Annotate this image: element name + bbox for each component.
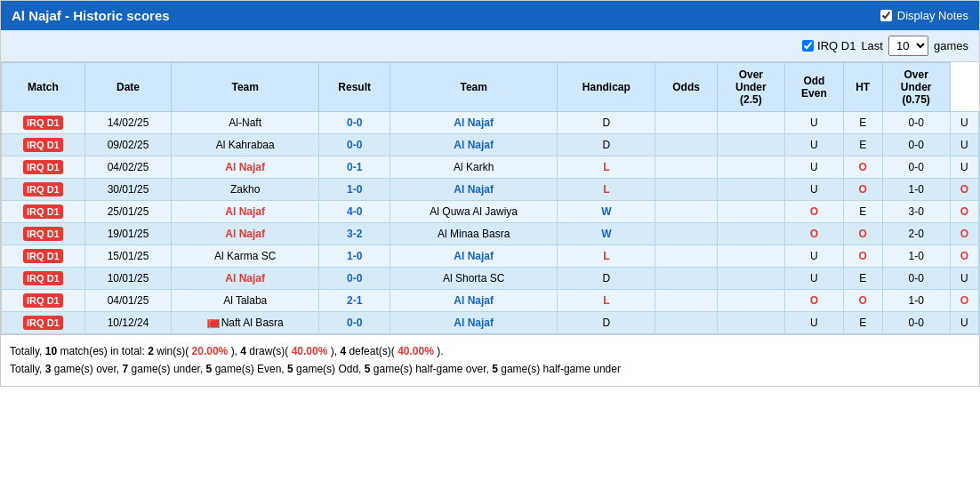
- footer-defeat-close: ).: [437, 345, 443, 357]
- cell-ou075: O: [950, 223, 978, 245]
- cell-odds: [717, 268, 784, 290]
- cell-ht: 1-0: [882, 245, 950, 268]
- cell-ht: 0-0: [882, 312, 950, 334]
- footer-total-matches: 10: [45, 345, 57, 357]
- footer-draws: 4: [240, 345, 246, 357]
- col-odd-even: OddEven: [785, 63, 844, 112]
- cell-outcome: L: [558, 245, 655, 268]
- cell-ou25: U: [785, 134, 844, 156]
- col-team1: Team: [172, 63, 319, 112]
- table-body: IRQ D114/02/25Al-Naft0-0Al NajafDUE0-0UI…: [2, 112, 979, 334]
- cell-team2: Al Najaf: [390, 112, 558, 134]
- display-notes-label: Display Notes: [897, 9, 968, 22]
- cell-ht: 0-0: [882, 156, 950, 179]
- cell-result: 0-1: [319, 156, 390, 179]
- cell-match: IRQ D1: [2, 179, 85, 201]
- cell-result: 3-2: [319, 223, 390, 245]
- cell-team1: Al-Naft: [172, 112, 319, 134]
- games-select[interactable]: 10 20 30: [888, 36, 928, 56]
- cell-match: IRQ D1: [2, 312, 85, 334]
- col-team2: Team: [390, 63, 558, 112]
- cell-ht: 0-0: [882, 134, 950, 156]
- footer-section: Totally, 10 match(es) in total: 2 win(s)…: [1, 334, 979, 386]
- footer-defeat-label: defeat(s)(: [349, 345, 394, 357]
- footer-draw-label: draw(s)(: [249, 345, 288, 357]
- cell-result: 0-0: [319, 312, 390, 334]
- cell-odds: [717, 134, 784, 156]
- cell-ou25: O: [785, 223, 844, 245]
- cell-date: 10/12/24: [84, 312, 171, 334]
- table-row: IRQ D115/01/25Al Karma SC1-0Al NajafLUO1…: [2, 245, 979, 268]
- cell-odd-even: O: [843, 156, 882, 179]
- cell-ou25: U: [785, 268, 844, 290]
- cell-outcome: L: [558, 290, 655, 312]
- footer-over: 3: [45, 363, 52, 375]
- table-row: IRQ D125/01/25Al Najaf4-0Al Quwa Al Jawi…: [2, 201, 979, 223]
- cell-handicap: [655, 179, 717, 201]
- col-odds: Odds: [655, 63, 717, 112]
- cell-handicap: [655, 268, 717, 290]
- footer-even-label: game(s) Even,: [215, 363, 287, 375]
- cell-ou075: U: [950, 312, 978, 334]
- footer-defeats: 4: [340, 345, 346, 357]
- table-row: IRQ D109/02/25Al Kahrabaa0-0Al NajafDUE0…: [2, 134, 979, 156]
- main-container: Al Najaf - Historic scores Display Notes…: [0, 0, 980, 387]
- cell-date: 15/01/25: [84, 245, 171, 268]
- cell-ht: 1-0: [882, 179, 950, 201]
- cell-odd-even: E: [843, 134, 882, 156]
- cell-odd-even: E: [843, 112, 882, 134]
- cell-result: 0-0: [319, 112, 390, 134]
- cell-odds: [717, 112, 784, 134]
- footer-win-label: win(s)(: [157, 345, 189, 357]
- cell-date: 10/01/25: [84, 268, 171, 290]
- cell-handicap: [655, 223, 717, 245]
- cell-match: IRQ D1: [2, 112, 85, 134]
- cell-odd-even: E: [843, 268, 882, 290]
- footer-under-label: game(s) under,: [132, 363, 206, 375]
- cell-team1: Al Najaf: [172, 156, 319, 179]
- cell-match: IRQ D1: [2, 268, 85, 290]
- cell-outcome: W: [558, 223, 655, 245]
- cell-outcome: D: [558, 268, 655, 290]
- cell-odds: [717, 312, 784, 334]
- cell-ht: 2-0: [882, 223, 950, 245]
- footer-totally2: Totally,: [10, 363, 45, 375]
- display-notes-checkbox[interactable]: [880, 10, 892, 21]
- cell-match: IRQ D1: [2, 245, 85, 268]
- cell-ou075: O: [950, 290, 978, 312]
- cell-result: 2-1: [319, 290, 390, 312]
- col-match: Match: [2, 63, 85, 112]
- cell-odd-even: E: [843, 201, 882, 223]
- cell-result: 1-0: [319, 179, 390, 201]
- league-checkbox[interactable]: [802, 40, 814, 52]
- cell-team1: Al Najaf: [172, 268, 319, 290]
- cell-ou25: U: [785, 312, 844, 334]
- footer-over-label: game(s) over,: [54, 363, 123, 375]
- flag-icon: 🚩: [207, 319, 220, 328]
- cell-team1: Al Talaba: [172, 290, 319, 312]
- cell-outcome: D: [558, 112, 655, 134]
- footer-defeats-pct: 40.00%: [398, 345, 434, 357]
- cell-ht: 0-0: [882, 268, 950, 290]
- col-date: Date: [84, 63, 171, 112]
- cell-handicap: [655, 156, 717, 179]
- footer-hgover-label: game(s) half-game over,: [374, 363, 492, 375]
- cell-odds: [717, 290, 784, 312]
- cell-odd-even: O: [843, 179, 882, 201]
- cell-match: IRQ D1: [2, 201, 85, 223]
- footer-wins: 2: [148, 345, 154, 357]
- cell-date: 19/01/25: [84, 223, 171, 245]
- cell-odds: [717, 245, 784, 268]
- col-over-under-075: OverUnder(0.75): [882, 63, 950, 112]
- cell-result: 4-0: [319, 201, 390, 223]
- footer-win-close: ),: [231, 345, 241, 357]
- cell-ou075: O: [950, 179, 978, 201]
- cell-team2: Al Quwa Al Jawiya: [390, 201, 558, 223]
- footer-hgunder: 5: [492, 363, 498, 375]
- cell-ou075: U: [950, 134, 978, 156]
- col-handicap: Handicap: [558, 63, 655, 112]
- cell-handicap: [655, 201, 717, 223]
- cell-team2: Al Najaf: [390, 245, 558, 268]
- table-row: IRQ D119/01/25Al Najaf3-2Al Minaa BasraW…: [2, 223, 979, 245]
- cell-ou075: O: [950, 201, 978, 223]
